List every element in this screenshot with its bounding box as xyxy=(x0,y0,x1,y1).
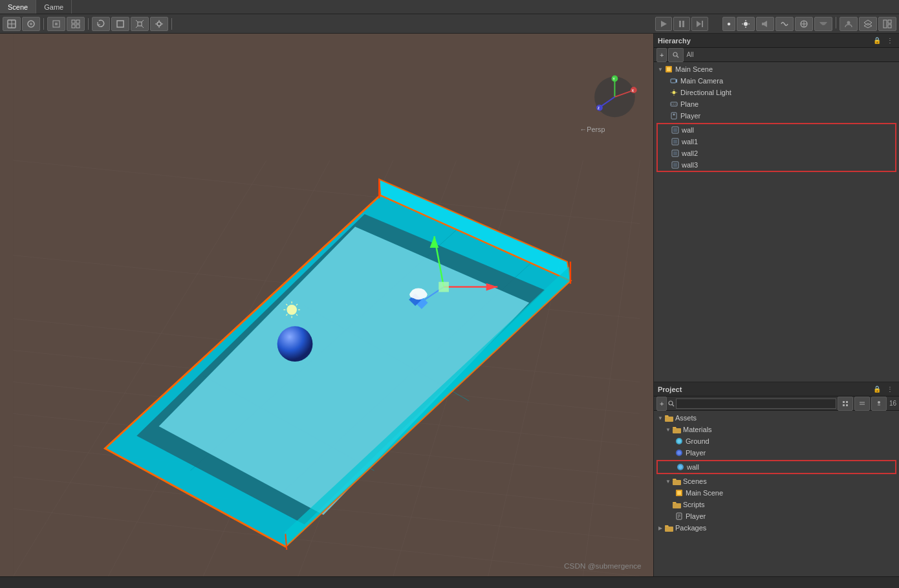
tree-ground-mat[interactable]: Ground xyxy=(654,435,899,447)
tree-scripts[interactable]: Scripts xyxy=(654,499,899,510)
main-camera-label: Main Camera xyxy=(680,77,723,85)
tree-wall-mat[interactable]: wall xyxy=(658,461,895,473)
plane-label: Plane xyxy=(680,100,699,108)
gizmos-btn[interactable] xyxy=(795,17,813,31)
svg-marker-25 xyxy=(697,21,701,27)
pivot-tool[interactable] xyxy=(47,17,65,31)
project-search-input[interactable] xyxy=(676,398,836,409)
tree-player[interactable]: Player xyxy=(654,110,899,122)
project-content: ▼ Assets ▼ Materials xyxy=(654,411,899,576)
svg-line-14 xyxy=(142,20,144,22)
scripts-folder-icon xyxy=(672,500,681,509)
hierarchy-add-btn[interactable]: + xyxy=(656,48,667,62)
scale-btn[interactable] xyxy=(131,17,149,31)
transform-btn[interactable] xyxy=(150,17,168,31)
tree-materials[interactable]: ▼ Materials xyxy=(654,424,899,435)
hierarchy-content: ▼ Main Scene Main Camera xyxy=(654,62,899,382)
step-btn[interactable] xyxy=(691,17,708,31)
svg-rect-154 xyxy=(673,503,681,508)
player-mat-icon xyxy=(675,448,684,457)
svg-rect-136 xyxy=(846,401,848,403)
tree-main-camera[interactable]: Main Camera xyxy=(654,75,899,87)
svg-point-146 xyxy=(677,439,681,443)
tree-wall2[interactable]: wall2 xyxy=(658,147,895,159)
tree-packages[interactable]: ▶ Packages xyxy=(654,522,899,534)
svg-rect-135 xyxy=(843,401,845,403)
svg-rect-144 xyxy=(673,428,681,433)
svg-rect-143 xyxy=(665,417,673,422)
tree-main-scene[interactable]: ▼ Main Scene xyxy=(654,63,899,75)
tree-assets[interactable]: ▼ Assets xyxy=(654,412,899,424)
collab-btn[interactable] xyxy=(839,17,858,31)
layers-btn[interactable] xyxy=(859,17,877,31)
svg-point-37 xyxy=(847,21,850,24)
arrow-assets: ▼ xyxy=(656,415,664,421)
tab-game[interactable]: Game xyxy=(36,0,72,14)
tree-plane[interactable]: Plane xyxy=(654,98,899,110)
tree-scenes[interactable]: ▼ Scenes xyxy=(654,475,899,487)
tab-scene[interactable]: Scene xyxy=(0,0,36,14)
player-hier-icon xyxy=(669,111,678,120)
pause-btn[interactable] xyxy=(673,17,690,31)
tree-wall1[interactable]: wall1 xyxy=(658,136,895,147)
grid-tool[interactable] xyxy=(67,17,85,31)
svg-rect-126 xyxy=(673,128,677,132)
play-btn[interactable] xyxy=(655,17,672,31)
tree-wall[interactable]: wall xyxy=(658,124,895,136)
tree-player-mat[interactable]: Player xyxy=(654,447,899,459)
project-add-btn[interactable]: + xyxy=(656,397,667,411)
project-menu-btn[interactable]: ⋮ xyxy=(885,384,895,395)
tree-wall3[interactable]: wall3 xyxy=(658,159,895,171)
rotate-btn[interactable] xyxy=(92,17,110,31)
svg-rect-81 xyxy=(439,282,449,292)
main-content: Y X Z ←Persp CSDN @submergence Hierarchy… xyxy=(0,34,899,576)
svg-point-110 xyxy=(673,52,677,56)
move-tool[interactable] xyxy=(22,17,40,31)
hierarchy-lock-btn[interactable]: 🔒 xyxy=(872,36,882,46)
player-script-label: Player xyxy=(686,512,706,520)
wall-icon-1 xyxy=(671,137,680,146)
scene-icon xyxy=(664,65,673,74)
plane-icon xyxy=(669,100,678,109)
audio-btn[interactable] xyxy=(756,17,774,31)
project-view-btn1[interactable] xyxy=(838,397,853,411)
svg-rect-10 xyxy=(76,25,80,28)
wall-mat-highlight-group: wall xyxy=(656,460,896,474)
scenes-label: Scenes xyxy=(683,477,707,485)
svg-point-133 xyxy=(669,401,673,405)
scene-canvas: Y X Z ←Persp CSDN @submergence xyxy=(0,34,653,576)
tree-main-scene-proj[interactable]: Main Scene xyxy=(654,487,899,499)
svg-text:Z: Z xyxy=(598,107,600,110)
svg-point-27 xyxy=(744,22,748,26)
effects-btn[interactable] xyxy=(775,17,794,31)
player-script-icon xyxy=(675,512,684,521)
scene-view[interactable]: Y X Z ←Persp CSDN @submergence xyxy=(0,34,653,576)
hand-tool[interactable] xyxy=(3,17,21,31)
light-btn[interactable] xyxy=(737,17,755,31)
more-btn[interactable] xyxy=(814,17,832,31)
wall-label-2: wall2 xyxy=(682,149,698,157)
rect-btn[interactable] xyxy=(111,17,129,31)
svg-marker-33 xyxy=(764,21,767,27)
hierarchy-search-btn[interactable] xyxy=(668,48,684,62)
project-view-btn2[interactable] xyxy=(854,397,870,411)
right-panel: Hierarchy 🔒 ⋮ + All ▼ Main Scene xyxy=(653,34,899,576)
svg-rect-130 xyxy=(673,151,677,155)
project-title: Project xyxy=(658,386,869,393)
svg-rect-128 xyxy=(673,140,677,144)
svg-rect-113 xyxy=(667,67,671,71)
svg-rect-42 xyxy=(888,25,891,28)
tree-directional-light[interactable]: Directional Light xyxy=(654,87,899,98)
scripts-label: Scripts xyxy=(683,501,705,508)
2d-btn[interactable]: ● xyxy=(722,17,735,31)
layout-btn[interactable] xyxy=(878,17,896,31)
project-lock-btn[interactable]: 🔒 xyxy=(872,384,882,395)
project-view-btn3[interactable] xyxy=(871,397,887,411)
svg-rect-11 xyxy=(117,21,124,27)
wall-label-0: wall xyxy=(682,126,694,134)
project-count: 16 xyxy=(889,400,896,407)
tree-player-script[interactable]: Player xyxy=(654,510,899,522)
hierarchy-menu-btn[interactable]: ⋮ xyxy=(885,36,895,46)
arrow-main-scene: ▼ xyxy=(656,67,664,72)
sep2 xyxy=(88,18,89,30)
